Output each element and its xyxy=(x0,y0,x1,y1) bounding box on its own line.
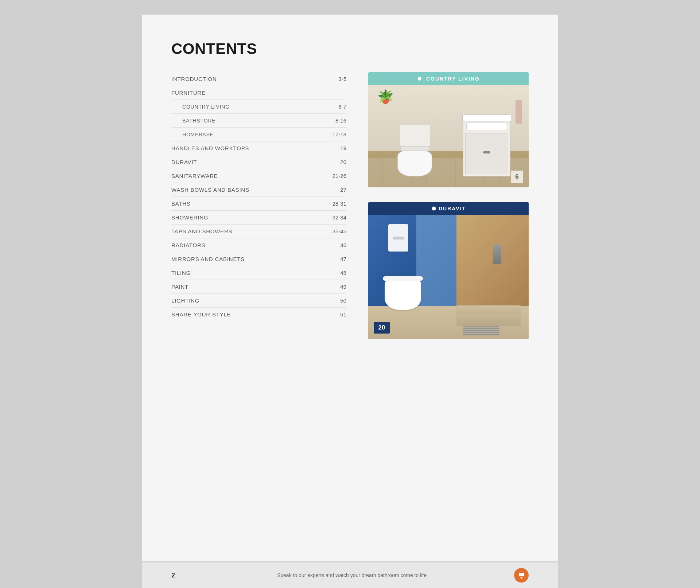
svg-point-1 xyxy=(521,574,522,575)
toc-label: WASH BOWLS AND BASINS xyxy=(171,187,249,193)
card-header-mint: COUNTRY LIVING xyxy=(368,72,529,85)
page-wrapper: CONTENTS INTRODUCTION 3-5 FURNITURE COU xyxy=(0,0,700,588)
toc-label: MIRRORS AND CABINETS xyxy=(171,256,245,262)
toc-label: RADIATORS xyxy=(171,242,205,248)
toc-page: 46 xyxy=(340,242,346,248)
toc-row: TAPS AND SHOWERS 35-45 xyxy=(171,225,346,238)
toc-page: 49 xyxy=(340,284,346,290)
toc-row: COUNTRY LIVING 6-7 xyxy=(171,100,346,114)
card-header-navy: DURAVIT xyxy=(368,202,529,215)
toc-page: 27 xyxy=(340,187,346,193)
toc-label: SHOWERING xyxy=(171,214,208,221)
toc-page: 51 xyxy=(340,311,346,318)
country-living-brand: COUNTRY LIVING xyxy=(417,76,480,82)
toc-label: PAINT xyxy=(171,284,188,290)
toc-page: 3-5 xyxy=(338,76,346,82)
toc-page: 17-18 xyxy=(332,131,346,137)
toc-column: INTRODUCTION 3-5 FURNITURE COUNTRY LIVIN… xyxy=(171,72,346,540)
toc-label-indent: BATHSTORE xyxy=(171,118,215,124)
toc-label: HANDLES AND WORKTOPS xyxy=(171,145,249,151)
toc-row: INTRODUCTION 3-5 xyxy=(171,72,346,86)
toc-row: BATHS 28-31 xyxy=(171,197,346,211)
toc-row: HOMEBASE 17-18 xyxy=(171,128,346,141)
toc-page: 35-45 xyxy=(332,228,346,234)
toc-row: WASH BOWLS AND BASINS 27 xyxy=(171,183,346,197)
toc-page: 32-34 xyxy=(332,214,346,221)
toc-label: TAPS AND SHOWERS xyxy=(171,228,233,234)
toc-label: TILING xyxy=(171,270,191,276)
duravit-image: 20 xyxy=(368,215,529,339)
toc-row: SHARE YOUR STYLE 51 xyxy=(171,308,346,321)
page-title: CONTENTS xyxy=(171,40,529,58)
duravit-brand: DURAVIT xyxy=(431,206,466,211)
toc-label: SHARE YOUR STYLE xyxy=(171,311,231,318)
toc-section-header: FURNITURE xyxy=(171,90,206,96)
main-layout: INTRODUCTION 3-5 FURNITURE COUNTRY LIVIN… xyxy=(171,72,529,540)
toc-row: PAINT 49 xyxy=(171,280,346,294)
country-living-card: COUNTRY LIVING 🪴 xyxy=(368,72,529,187)
toc-page: 50 xyxy=(340,297,346,304)
toc-row: BATHSTORE 8-16 xyxy=(171,114,346,128)
toc-page: 20 xyxy=(340,159,346,165)
toc-row: SHOWERING 32-34 xyxy=(171,211,346,225)
toc-row: RADIATORS 46 xyxy=(171,238,346,252)
toc-label-indent: COUNTRY LIVING xyxy=(171,104,230,110)
svg-marker-0 xyxy=(432,206,436,211)
toc-label-indent: HOMEBASE xyxy=(171,132,214,137)
toc-row: MIRRORS AND CABINETS 47 xyxy=(171,252,346,266)
catalog-page: CONTENTS INTRODUCTION 3-5 FURNITURE COU xyxy=(142,15,558,561)
toc-row: FURNITURE xyxy=(171,86,346,100)
toc-row: DURAVIT 20 xyxy=(171,155,346,169)
toc-label: DURAVIT xyxy=(171,159,197,165)
toc-page: 47 xyxy=(340,256,346,262)
images-column: COUNTRY LIVING 🪴 xyxy=(368,72,529,540)
toc-label: BATHS xyxy=(171,200,191,207)
chat-icon[interactable] xyxy=(514,568,529,583)
toc-label: LIGHTING xyxy=(171,297,199,304)
bottom-tagline: Speak to our experts and watch your drea… xyxy=(190,572,514,578)
duravit-card: DURAVIT xyxy=(368,202,529,339)
toc-label: INTRODUCTION xyxy=(171,76,217,82)
page-number: 2 xyxy=(171,572,175,579)
toc-page: 6-7 xyxy=(338,104,346,110)
toc-row: LIGHTING 50 xyxy=(171,294,346,308)
toc-page: 21-26 xyxy=(332,173,346,179)
toc-page: 8-16 xyxy=(335,117,346,124)
toc-page: 28-31 xyxy=(332,200,346,207)
toc-row: HANDLES AND WORKTOPS 19 xyxy=(171,141,346,155)
toc-page: 19 xyxy=(340,145,346,151)
toc-row: TILING 48 xyxy=(171,266,346,280)
toc-page: 48 xyxy=(340,270,346,276)
country-living-image: 🪴 xyxy=(368,85,529,187)
toc-label: SANITARYWARE xyxy=(171,173,218,179)
bottom-bar: 2 Speak to our experts and watch your dr… xyxy=(142,562,558,588)
toc-row: SANITARYWARE 21-26 xyxy=(171,169,346,183)
